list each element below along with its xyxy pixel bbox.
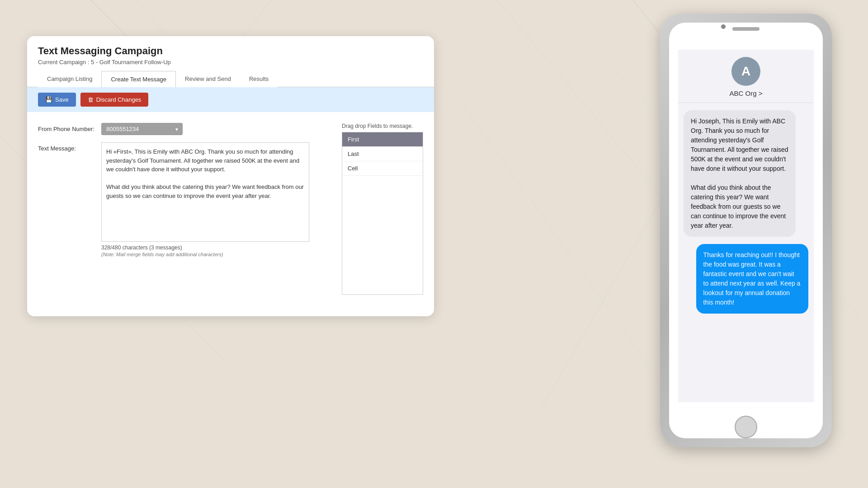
panel-header: Text Messaging Campaign Current Campaign…	[27, 36, 434, 71]
toolbar: 💾 Save 🗑 Discard Changes	[27, 87, 434, 112]
discard-icon: 🗑	[88, 96, 94, 103]
drag-item-last[interactable]: Last	[342, 147, 423, 161]
campaign-subtitle: Current Campaign : 5 - Golf Tournament F…	[38, 59, 423, 66]
message-label: Text Message:	[38, 142, 101, 152]
drag-drop-title: Drag drop Fields to message.	[342, 123, 423, 129]
phone-screen: A ABC Org > Hi Joseph, This is Emily wit…	[678, 50, 814, 402]
phone-home-button[interactable]	[735, 416, 757, 438]
phone-outer: A ABC Org > Hi Joseph, This is Emily wit…	[660, 14, 832, 447]
page-title: Text Messaging Campaign	[38, 45, 423, 57]
drag-drop-panel: Drag drop Fields to message. First Last …	[342, 123, 423, 295]
save-button[interactable]: 💾 Save	[38, 93, 76, 107]
text-message-row: Text Message: Hi «First», This is Emily …	[38, 142, 333, 242]
message-textarea[interactable]: Hi «First», This is Emily with ABC Org. …	[101, 142, 309, 242]
tab-create-text-message[interactable]: Create Text Message	[101, 71, 176, 87]
contact-name: ABC Org >	[730, 89, 763, 97]
char-count: 328/480 characters (3 messages)	[101, 244, 333, 251]
phone-row: From Phone Number: 8005551234 ▼	[38, 123, 333, 135]
discard-button[interactable]: 🗑 Discard Changes	[80, 93, 149, 107]
form-area: From Phone Number: 8005551234 ▼ Text Mes…	[27, 112, 434, 305]
drag-item-cell[interactable]: Cell	[342, 161, 423, 176]
avatar: A	[731, 57, 760, 86]
phone-camera	[721, 24, 726, 29]
form-left: From Phone Number: 8005551234 ▼ Text Mes…	[38, 123, 333, 295]
tab-campaign-listing[interactable]: Campaign Listing	[38, 71, 101, 87]
char-note: (Note: Mail merge fields may add additio…	[101, 252, 333, 257]
phone-select-wrapper: 8005551234 ▼	[101, 123, 183, 135]
campaign-panel: Text Messaging Campaign Current Campaign…	[27, 36, 434, 316]
svg-line-9	[452, 90, 678, 407]
phone-select[interactable]: 8005551234	[101, 123, 183, 135]
phone-contact-header: A ABC Org >	[678, 50, 814, 103]
drag-drop-list: First Last Cell	[342, 132, 423, 295]
sent-message: Thanks for reaching out!! I thought the …	[696, 244, 808, 314]
phone-speaker	[732, 27, 760, 31]
drag-item-first[interactable]: First	[342, 132, 423, 147]
phone-messages: Hi Joseph, This is Emily with ABC Org. T…	[678, 103, 814, 321]
phone-inner: A ABC Org > Hi Joseph, This is Emily wit…	[669, 23, 823, 438]
tab-review-and-send[interactable]: Review and Send	[176, 71, 240, 87]
tab-results[interactable]: Results	[240, 71, 278, 87]
tab-bar: Campaign Listing Create Text Message Rev…	[27, 71, 434, 87]
save-icon: 💾	[45, 96, 52, 103]
phone-mockup: A ABC Org > Hi Joseph, This is Emily wit…	[660, 14, 832, 456]
received-message: Hi Joseph, This is Emily with ABC Org. T…	[684, 110, 796, 237]
phone-label: From Phone Number:	[38, 123, 101, 132]
